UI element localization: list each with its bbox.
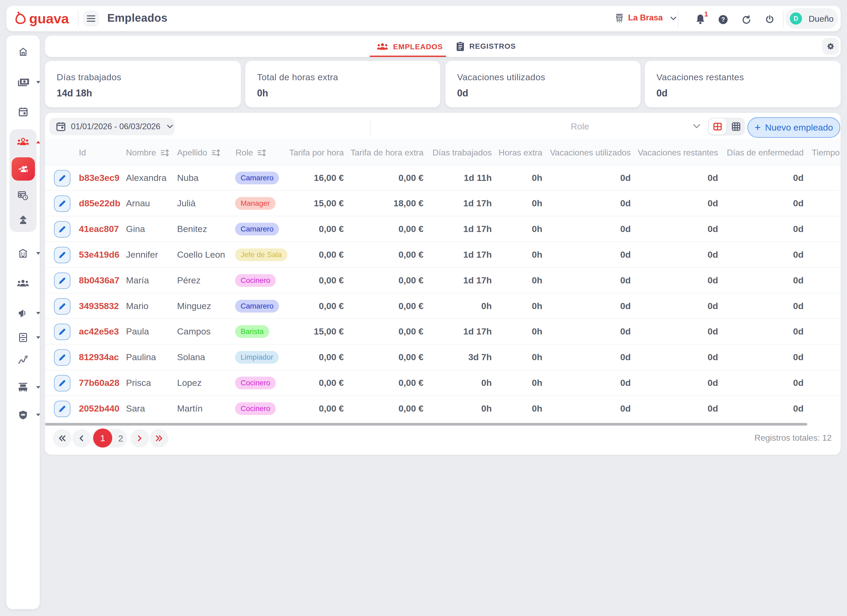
svg-text:?: ?: [721, 16, 725, 23]
